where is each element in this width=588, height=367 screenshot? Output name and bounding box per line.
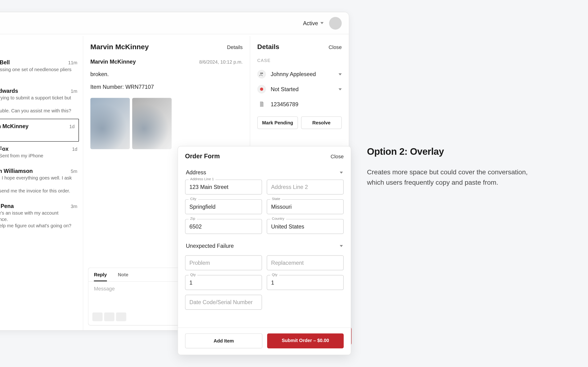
inbox-header: x xyxy=(0,36,83,55)
reply-tab-reply[interactable]: Reply xyxy=(94,268,107,281)
inbox-item-time: 5m xyxy=(71,169,77,174)
address-line-2-field[interactable]: Address Line 2 xyxy=(267,180,344,195)
country-field[interactable]: Country United States xyxy=(267,219,344,234)
explainer-panel: Option 2: Overlay Creates more space but… xyxy=(367,146,533,188)
status-label: Active xyxy=(303,20,318,26)
svg-point-0 xyxy=(260,73,262,74)
avatar[interactable] xyxy=(329,17,342,29)
field-value: Springfield xyxy=(189,203,215,210)
inbox-item-name: h Edwards xyxy=(0,88,18,94)
inbox-item-preview: there's an issue with my account balance… xyxy=(0,210,77,229)
inbox-item-name: eron Williamson xyxy=(0,168,33,174)
inbox-item-preview: I'm trying to submit a support ticket bu… xyxy=(0,95,77,114)
inbox-item-preview: cton: I hope everything goes well. I ask… xyxy=(0,175,77,194)
chevron-down-icon xyxy=(339,88,342,90)
field-label: City xyxy=(189,197,198,201)
field-placeholder: Date Code/Serial Number xyxy=(189,299,253,306)
field-placeholder: Replacement xyxy=(271,259,304,266)
reply-tab-note[interactable]: Note xyxy=(118,268,128,281)
inbox-item-name: me Bell xyxy=(0,59,10,66)
attachment-image[interactable] xyxy=(132,98,172,149)
field-value: 123 Main Street xyxy=(189,184,229,190)
inbox-item-name: ert Fox xyxy=(0,146,8,152)
inbox-item-time: 3m xyxy=(71,203,77,209)
document-icon xyxy=(257,100,266,108)
attachment-image[interactable] xyxy=(91,98,130,149)
reply-action-icon[interactable] xyxy=(92,313,103,321)
field-label: Address Line 1 xyxy=(189,177,215,181)
date-code-field[interactable]: Date Code/Serial Number xyxy=(185,295,262,310)
zip-field[interactable]: Zip 6502 xyxy=(185,219,262,234)
add-item-button[interactable]: Add Item xyxy=(185,333,262,348)
chevron-down-icon xyxy=(340,245,343,247)
chevron-down-icon xyxy=(339,73,342,75)
message-author: Marvin McKinney xyxy=(91,58,136,65)
status-icon xyxy=(257,85,266,93)
attachments xyxy=(83,94,250,149)
message-item-number: Item Number: WRN77107 xyxy=(91,84,243,90)
case-section-label: CASE xyxy=(250,55,349,67)
inbox-item[interactable]: ert Fox 1d fine Sent from my iPhone xyxy=(0,142,83,164)
assignee-dropdown[interactable]: Johnny Appleseed xyxy=(250,67,349,82)
resolve-button[interactable]: Resolve xyxy=(301,116,342,129)
inbox-column: x me Bell 11m ly missing one set of need… xyxy=(0,36,83,330)
inbox-item-time: 1d xyxy=(72,147,77,152)
field-value: United States xyxy=(271,223,304,230)
field-label: Qty xyxy=(270,273,279,276)
field-label: State xyxy=(270,197,282,201)
reply-action-icon[interactable] xyxy=(104,313,115,321)
status-dropdown[interactable]: Not Started xyxy=(250,82,349,97)
inbox-item[interactable]: nor Pena 3m there's an issue with my acc… xyxy=(0,199,83,234)
status-dropdown[interactable]: Active xyxy=(303,20,323,26)
field-value: 1 xyxy=(189,279,192,286)
field-label: Country xyxy=(270,217,286,221)
inbox-item-time: 1m xyxy=(71,89,77,94)
explainer-body: Creates more space but could cover the c… xyxy=(367,167,533,188)
replacement-field[interactable]: Replacement xyxy=(267,255,344,270)
thread-details-link[interactable]: Details xyxy=(227,44,243,50)
field-label: Qty xyxy=(189,273,197,276)
order-form-close[interactable]: Close xyxy=(331,153,344,159)
inbox-item-preview: fine Sent from my iPhone xyxy=(0,153,77,159)
reason-dropdown[interactable]: Unexpected Failure xyxy=(185,239,344,253)
person-icon xyxy=(257,70,266,78)
order-form-overlay: Order Form Close Address Address Line 1 … xyxy=(178,146,351,355)
field-label: Zip xyxy=(189,217,197,221)
message-body: broken. xyxy=(91,71,243,77)
chevron-down-icon xyxy=(340,172,343,173)
case-number-row: 123456789 xyxy=(250,97,349,112)
inbox-item-time: 11m xyxy=(68,60,77,66)
address-section-label: Address xyxy=(186,169,206,176)
inbox-item-selected[interactable]: vin McKinney 1d n. xyxy=(0,119,79,142)
inbox-item-name: nor Pena xyxy=(0,203,14,209)
qty-field-1[interactable]: Qty 1 xyxy=(185,275,262,290)
message: Marvin McKinney 8/6/2024, 10:12 p.m. bro… xyxy=(83,56,250,94)
state-field[interactable]: State Missouri xyxy=(267,199,344,214)
submit-order-button[interactable]: Submit Order – $0.00 xyxy=(267,333,344,348)
message-timestamp: 8/6/2024, 10:12 p.m. xyxy=(199,59,243,65)
svg-point-1 xyxy=(262,73,263,74)
explainer-title: Option 2: Overlay xyxy=(367,146,533,157)
problem-field[interactable]: Problem xyxy=(185,255,262,270)
city-field[interactable]: City Springfield xyxy=(185,199,262,214)
qty-field-2[interactable]: Qty 1 xyxy=(267,275,344,290)
order-form-title: Order Form xyxy=(185,153,220,160)
mark-pending-button[interactable]: Mark Pending xyxy=(257,116,298,129)
field-value: 6502 xyxy=(189,223,202,230)
details-title: Details xyxy=(257,43,279,51)
inbox-item-preview: n. xyxy=(0,130,75,137)
inbox-item-name: vin McKinney xyxy=(0,123,28,129)
field-placeholder: Address Line 2 xyxy=(271,184,308,190)
address-line-1-field[interactable]: Address Line 1 123 Main Street xyxy=(185,180,262,195)
inbox-item[interactable]: me Bell 11m ly missing one set of needle… xyxy=(0,55,83,84)
reply-action-icon[interactable] xyxy=(116,313,126,321)
details-close[interactable]: Close xyxy=(329,44,342,50)
inbox-item[interactable]: h Edwards 1m I'm trying to submit a supp… xyxy=(0,84,83,119)
inbox-item[interactable]: eron Williamson 5m cton: I hope everythi… xyxy=(0,164,83,199)
assignee-name: Johnny Appleseed xyxy=(271,71,334,77)
chevron-down-icon xyxy=(320,22,323,24)
case-number: 123456789 xyxy=(271,101,342,108)
inbox-item-time: 1d xyxy=(69,124,75,129)
topbar: Active xyxy=(0,12,349,34)
thread-title: Marvin McKinney xyxy=(91,43,149,51)
